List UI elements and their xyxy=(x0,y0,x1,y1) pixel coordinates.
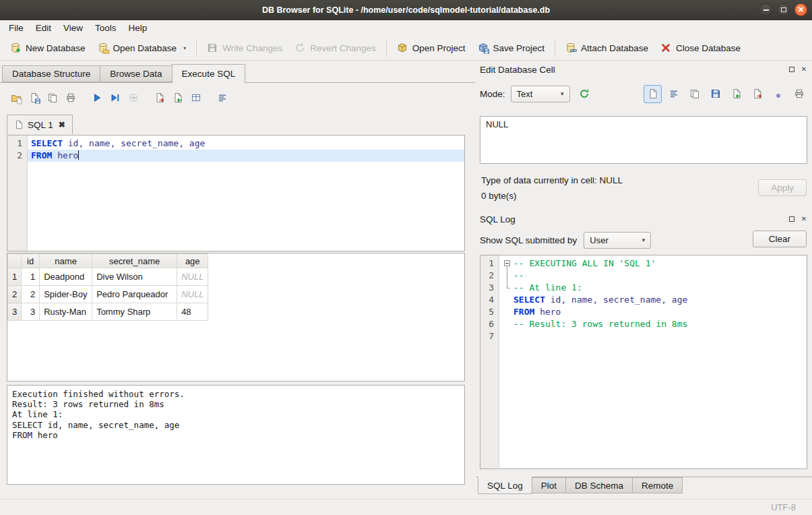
print-sql-button[interactable] xyxy=(61,88,80,107)
table-cell[interactable]: Deadpond xyxy=(40,268,92,286)
code-line[interactable]: -- xyxy=(499,270,807,282)
copy-cell-button[interactable] xyxy=(685,85,704,103)
row-header[interactable]: 2 xyxy=(8,286,22,303)
new-database-button[interactable]: New Database xyxy=(4,38,92,57)
close-tab-icon[interactable]: ✖ xyxy=(59,120,65,129)
status-line: SELECT id, name, secret_name, age xyxy=(12,420,460,430)
table-cell[interactable]: NULL xyxy=(177,286,208,303)
column-header-id[interactable]: id xyxy=(22,254,40,268)
open-sql-file-button[interactable] xyxy=(7,88,25,107)
print-cell-button[interactable] xyxy=(790,85,808,103)
sql-editor-code[interactable]: SELECT id, name, secret_name, ageFROM he… xyxy=(28,135,464,251)
column-header-name[interactable]: name xyxy=(40,254,92,268)
tab-browse-data[interactable]: Browse Data xyxy=(100,65,172,82)
minimize-button[interactable] xyxy=(759,3,772,16)
tab-sql-1[interactable]: SQL 1 ✖ xyxy=(7,115,73,134)
encoding-indicator[interactable]: UTF-8 xyxy=(771,502,796,512)
export-results-button[interactable] xyxy=(150,88,168,107)
menu-edit[interactable]: Edit xyxy=(30,21,57,35)
tab-plot[interactable]: Plot xyxy=(532,477,566,493)
sql-log-dock-header[interactable]: SQL Log ✕ xyxy=(480,213,808,225)
column-header-age[interactable]: age xyxy=(177,254,208,268)
text-mode-button[interactable] xyxy=(644,85,662,103)
sql-log-code: -- EXECUTING ALL IN 'SQL 1'---- At line … xyxy=(499,255,807,468)
cell-value: NULL xyxy=(486,119,508,129)
close-dock-icon[interactable]: ✕ xyxy=(800,65,808,73)
tab-remote[interactable]: Remote xyxy=(632,477,683,493)
mode-select[interactable]: Text ▾ xyxy=(511,86,570,102)
toolbar-separator xyxy=(386,39,387,57)
set-null-icon xyxy=(773,88,784,99)
float-dock-icon[interactable] xyxy=(788,215,796,223)
chevron-down-icon[interactable]: ▾ xyxy=(183,45,186,51)
table-cell[interactable]: Tommy Sharp xyxy=(92,303,177,321)
table-corner xyxy=(8,254,22,268)
code-line[interactable]: -- EXECUTING ALL IN 'SQL 1' xyxy=(499,258,807,270)
row-header[interactable]: 1 xyxy=(8,268,22,286)
tab-execute-sql[interactable]: Execute SQL xyxy=(172,64,246,83)
open-project-button[interactable]: Open Project xyxy=(391,38,472,57)
table-cell[interactable]: 3 xyxy=(22,303,40,321)
menubar: File Edit View Tools Help xyxy=(0,20,812,36)
save-project-button[interactable]: Save Project xyxy=(472,38,551,57)
tab-db-schema[interactable]: DB Schema xyxy=(565,477,633,493)
execute-current-line-button[interactable] xyxy=(106,88,124,107)
execute-all-button[interactable] xyxy=(88,88,106,107)
table-cell[interactable]: NULL xyxy=(177,268,208,286)
clear-log-button[interactable]: Clear xyxy=(753,231,807,247)
close-database-button[interactable]: Close Database xyxy=(654,38,747,57)
code-line[interactable]: SELECT id, name, secret_name, age xyxy=(28,138,464,150)
code-line[interactable]: FROM hero xyxy=(499,306,807,318)
save-sql-as-button[interactable] xyxy=(43,88,61,107)
table-cell[interactable]: 48 xyxy=(177,303,208,321)
table-cell[interactable]: Dive Wilson xyxy=(92,268,177,286)
sql-editor[interactable]: 12 SELECT id, name, secret_name, ageFROM… xyxy=(7,135,465,251)
sql-log-view[interactable]: 1234567 -- EXECUTING ALL IN 'SQL 1'---- … xyxy=(480,255,807,469)
code-line[interactable]: -- At line 1: xyxy=(499,282,807,294)
tab-database-structure[interactable]: Database Structure xyxy=(2,65,100,82)
toolbar-separator xyxy=(555,39,555,57)
float-dock-icon[interactable] xyxy=(788,65,796,73)
auto-refresh-cell-button[interactable] xyxy=(575,85,594,103)
edit-cell-dock-header[interactable]: Edit Database Cell ✕ xyxy=(480,63,808,75)
submitter-select[interactable]: User ▾ xyxy=(584,232,651,249)
table-cell[interactable]: 2 xyxy=(22,286,40,303)
close-button[interactable]: ✕ xyxy=(794,3,807,16)
attach-database-button[interactable]: Attach Database xyxy=(559,38,654,57)
word-wrap-button[interactable] xyxy=(664,85,683,103)
import-sql-button[interactable] xyxy=(168,88,187,107)
table-cell[interactable]: Pedro Parqueador xyxy=(92,286,177,303)
open-database-button[interactable]: Open Database ▾ xyxy=(92,38,193,57)
tab-sql-log[interactable]: SQL Log xyxy=(478,477,532,494)
code-line[interactable]: FROM hero xyxy=(28,150,464,162)
maximize-button[interactable] xyxy=(777,3,790,16)
table-cell[interactable]: Spider-Boy xyxy=(40,286,92,303)
code-line[interactable]: -- Result: 3 rows returned in 8ms xyxy=(499,318,807,330)
menu-file[interactable]: File xyxy=(3,21,30,35)
set-null-button[interactable] xyxy=(769,85,787,103)
open-database-label: Open Database xyxy=(113,43,177,53)
code-line[interactable]: SELECT id, name, secret_name, age xyxy=(499,294,807,306)
save-project-icon xyxy=(478,42,489,53)
menu-tools[interactable]: Tools xyxy=(89,21,123,35)
menu-view[interactable]: View xyxy=(57,21,89,35)
column-header-secret_name[interactable]: secret_name xyxy=(92,254,177,268)
close-dock-icon[interactable]: ✕ xyxy=(800,215,808,223)
status-line: Result: 3 rows returned in 8ms xyxy=(12,399,460,409)
statusbar: UTF-8 xyxy=(0,499,812,515)
import-cell-button[interactable] xyxy=(727,85,745,103)
menu-help[interactable]: Help xyxy=(123,21,154,35)
cell-editor[interactable]: NULL xyxy=(480,116,807,164)
table-cell[interactable]: 1 xyxy=(22,268,40,286)
row-header[interactable]: 3 xyxy=(8,303,22,321)
code-line[interactable] xyxy=(499,330,807,342)
table-cell[interactable]: Rusty-Man xyxy=(40,303,92,321)
results-grid[interactable]: idnamesecret_nameage11DeadpondDive Wilso… xyxy=(7,253,465,382)
format-sql-button[interactable] xyxy=(213,88,231,107)
export-cell-button[interactable] xyxy=(748,85,766,103)
save-cell-button[interactable] xyxy=(706,85,724,103)
save-results-button[interactable] xyxy=(187,88,205,107)
status-message-box[interactable]: Execution finished without errors.Result… xyxy=(7,385,465,485)
save-sql-file-button[interactable] xyxy=(25,88,43,107)
fold-marker-icon[interactable] xyxy=(503,258,513,270)
